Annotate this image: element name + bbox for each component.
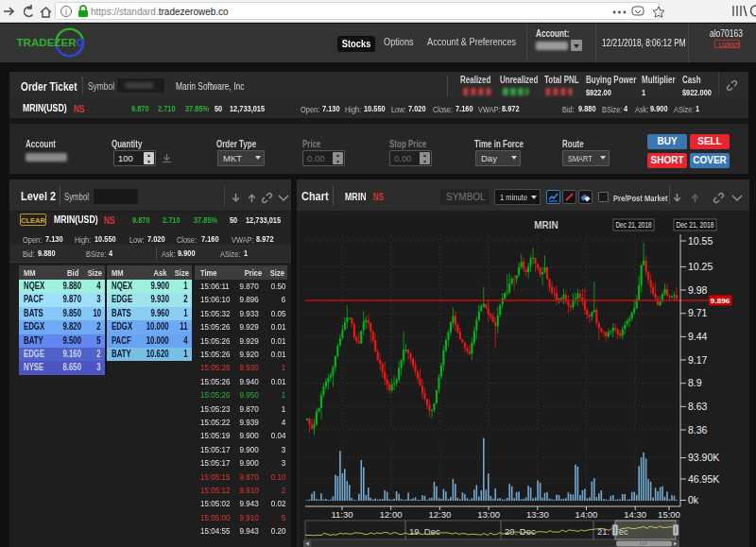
svg-text:i: i [65, 8, 67, 17]
svg-text:TRADEZERO: TRADEZERO [17, 37, 85, 48]
